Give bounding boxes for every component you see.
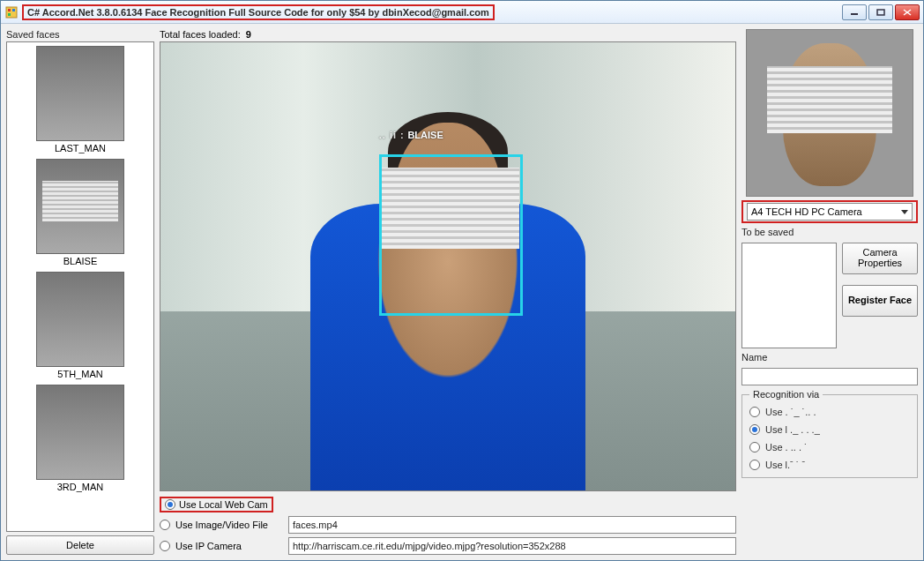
minimize-button[interactable] [842, 4, 867, 20]
censor-overlay [382, 168, 519, 248]
recognition-radio[interactable] [749, 424, 760, 435]
register-face-button[interactable]: Register Face [842, 285, 918, 317]
maximize-button[interactable] [868, 4, 893, 20]
side-buttons: Camera Properties Register Face [842, 243, 918, 348]
recognition-option: Use . .. . ˙ [749, 442, 910, 453]
recognition-radio[interactable] [749, 460, 760, 470]
total-row: Total faces loaded: 9 [160, 29, 736, 40]
recognition-option: Use l ._ . . ._ [749, 424, 910, 435]
source-ip-radio[interactable] [160, 541, 170, 551]
source-local-label: Use Local Web Cam [179, 499, 268, 510]
name-input[interactable] [741, 368, 918, 385]
source-local-row: Use Local Web Cam [160, 497, 736, 512]
source-file-label: Use Image/Video File [175, 520, 283, 530]
svg-rect-0 [6, 7, 17, 18]
face-name-label: 3RD_MAN [57, 482, 104, 492]
face-name-label: BLAISE [63, 256, 98, 266]
total-label: Total faces loaded: [160, 29, 241, 40]
saved-faces-label: Saved faces [6, 29, 154, 40]
recognition-option-label: Use . .. . ˙ [765, 442, 808, 453]
source-local-radio[interactable] [165, 499, 175, 510]
app-icon [4, 5, 19, 19]
face-item[interactable]: LAST_MAN [11, 46, 150, 153]
face-item[interactable]: 5TH_MAN [11, 272, 150, 379]
window-title: C# Accord.Net 3.8.0.6134 Face Recognitio… [27, 7, 489, 18]
face-item[interactable]: 3RD_MAN [11, 385, 150, 492]
face-thumbnail [36, 46, 124, 141]
face-preview [746, 29, 913, 197]
recognition-option-label: Use l.ˉ ˙ ˉ [765, 460, 805, 470]
total-value: 9 [246, 29, 251, 40]
camera-select[interactable]: A4 TECH HD PC Camera [747, 203, 913, 221]
recognition-option-label: Use l ._ . . ._ [765, 424, 820, 435]
main-panel: Total faces loaded: 9 .. ii : BLAISE Use… [160, 29, 736, 555]
camera-select-highlight: A4 TECH HD PC Camera [741, 200, 918, 223]
svg-rect-2 [12, 9, 15, 11]
face-thumbnail [36, 159, 124, 254]
recognition-radio[interactable] [749, 442, 760, 453]
recognition-options: Use . ˙_ ˙.. .Use l ._ . . ._Use . .. . … [749, 407, 910, 470]
tosave-label: To be saved [741, 227, 918, 237]
source-options: Use Local Web Cam Use Image/Video File f… [160, 497, 736, 555]
recognition-radio[interactable] [749, 407, 760, 417]
tosave-preview [741, 243, 837, 348]
face-name-label: 5TH_MAN [57, 369, 102, 379]
recognition-group: Recognition via Use . ˙_ ˙.. .Use l ._ .… [741, 389, 918, 478]
face-item[interactable]: BLAISE [11, 159, 150, 266]
client-area: Saved faces LAST_MANBLAISE5TH_MAN3RD_MAN… [1, 24, 923, 560]
source-ip-row: Use IP Camera http://harriscam.ce.rit.ed… [160, 537, 736, 555]
face-name-label: LAST_MAN [55, 143, 106, 153]
recognition-option: Use l.ˉ ˙ ˉ [749, 460, 910, 470]
name-label: Name [741, 352, 918, 363]
camera-selected-value: A4 TECH HD PC Camera [751, 206, 862, 217]
recognition-option-label: Use . ˙_ ˙.. . [765, 407, 816, 417]
app-window: C# Accord.Net 3.8.0.6134 Face Recognitio… [0, 0, 924, 561]
video-preview: .. ii : BLAISE [160, 41, 736, 491]
source-file-input[interactable]: faces.mp4 [288, 516, 736, 534]
source-ip-label: Use IP Camera [175, 541, 283, 551]
titlebar: C# Accord.Net 3.8.0.6134 Face Recognitio… [1, 1, 923, 24]
camera-properties-button[interactable]: Camera Properties [842, 243, 918, 274]
source-file-radio[interactable] [160, 520, 170, 530]
chevron-down-icon [901, 210, 908, 214]
saved-faces-panel: Saved faces LAST_MANBLAISE5TH_MAN3RD_MAN… [6, 29, 154, 555]
title-highlight: C# Accord.Net 3.8.0.6134 Face Recognitio… [22, 4, 495, 20]
source-file-row: Use Image/Video File faces.mp4 [160, 516, 736, 534]
delete-button[interactable]: Delete [6, 535, 154, 555]
face-thumbnail [36, 385, 124, 480]
detection-label: .. ii : BLAISE [379, 128, 443, 141]
source-local-highlight: Use Local Web Cam [160, 497, 273, 512]
svg-rect-5 [877, 10, 884, 15]
saved-faces-list[interactable]: LAST_MANBLAISE5TH_MAN3RD_MAN [6, 41, 154, 532]
face-thumbnail [36, 272, 124, 367]
right-panel: A4 TECH HD PC Camera To be saved Camera … [741, 29, 918, 555]
source-ip-input[interactable]: http://harriscam.ce.rit.edu/mjpg/video.m… [288, 537, 736, 555]
recognition-legend: Recognition via [749, 389, 823, 400]
recognition-option: Use . ˙_ ˙.. . [749, 407, 910, 417]
close-button[interactable] [895, 4, 920, 20]
svg-rect-1 [8, 9, 11, 11]
svg-rect-3 [8, 13, 11, 16]
tosave-row: Camera Properties Register Face [741, 243, 918, 348]
